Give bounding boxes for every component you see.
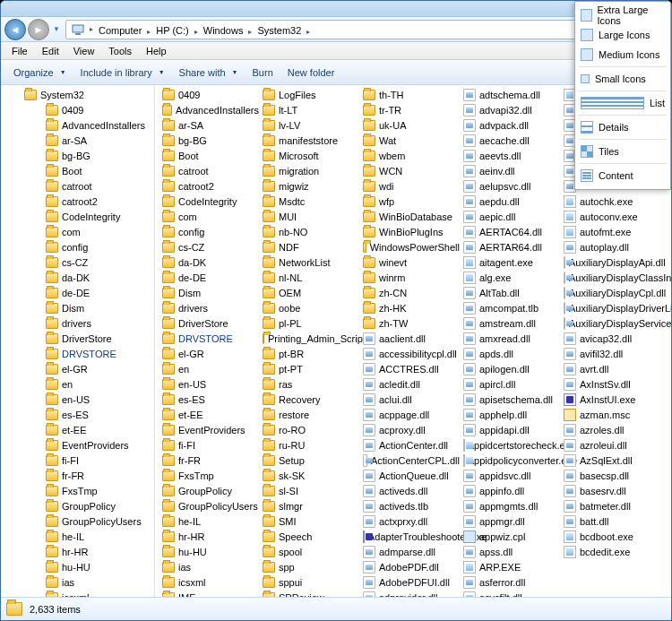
list-item[interactable]: manifeststore xyxy=(261,133,361,148)
list-item[interactable]: ro-RO xyxy=(261,422,361,437)
list-item[interactable]: he-IL xyxy=(160,513,261,529)
list-item[interactable]: NetworkList xyxy=(261,254,361,270)
list-item[interactable]: GroupPolicyUsers xyxy=(160,498,261,513)
list-item[interactable]: Recovery xyxy=(261,392,361,407)
list-item[interactable]: AltTab.dll xyxy=(461,285,562,300)
list-item[interactable]: AdapterTroubleshooter.exe xyxy=(361,529,461,544)
list-item[interactable]: WinBioPlugIns xyxy=(361,224,461,239)
chevron-right-icon[interactable]: ▸ xyxy=(88,25,95,33)
list-item[interactable]: drivers xyxy=(160,300,261,315)
view-option[interactable]: Extra Large Icons xyxy=(575,5,670,25)
list-item[interactable]: el-GR xyxy=(160,346,261,361)
list-item[interactable]: amcompat.tlb xyxy=(461,300,562,315)
menu-edit[interactable]: Edit xyxy=(35,44,66,58)
list-item[interactable]: icsxml xyxy=(160,574,261,590)
tree-item[interactable]: fr-FR xyxy=(1,468,154,483)
list-item[interactable]: bcdboot.exe xyxy=(562,529,662,544)
tree-item[interactable]: el-GR xyxy=(1,361,154,376)
tree-item[interactable]: config xyxy=(1,239,154,254)
list-item[interactable]: sppui xyxy=(261,574,361,590)
list-item[interactable]: aecache.dll xyxy=(461,133,562,148)
list-item[interactable]: apds.dll xyxy=(461,346,562,361)
tree-item[interactable]: DriverStore xyxy=(1,331,154,346)
list-item[interactable]: appidpolicyconverter.exe xyxy=(461,453,562,468)
list-item[interactable]: nb-NO xyxy=(261,224,361,239)
list-item[interactable]: en-US xyxy=(160,376,261,392)
burn-button[interactable]: Burn xyxy=(246,65,280,81)
list-item[interactable]: AuxiliaryDisplayServices.dll xyxy=(562,315,662,331)
list-item[interactable]: GroupPolicy xyxy=(160,483,261,498)
list-item[interactable]: alg.exe xyxy=(461,270,562,285)
list-item[interactable]: appidsvc.dll xyxy=(461,468,562,483)
list-item[interactable]: Msdtc xyxy=(261,194,361,209)
list-item[interactable]: uk-UA xyxy=(361,117,461,133)
list-item[interactable]: aeinv.dll xyxy=(461,163,562,178)
list-item[interactable]: aelupsvc.dll xyxy=(461,178,562,194)
list-item[interactable]: asycfilt.dll xyxy=(461,590,562,597)
tree-item[interactable]: DRVSTORE xyxy=(1,346,154,361)
list-item[interactable]: restore xyxy=(261,407,361,422)
tree-item[interactable]: AdvancedInstallers xyxy=(1,117,154,133)
list-item[interactable]: advapi32.dll xyxy=(461,102,562,117)
list-item[interactable]: Dism xyxy=(160,285,261,300)
list-item[interactable]: MUI xyxy=(261,209,361,224)
list-item[interactable]: appmgr.dll xyxy=(461,513,562,529)
list-item[interactable]: bg-BG xyxy=(160,133,261,148)
list-item[interactable]: AdobePDF.dll xyxy=(361,559,461,574)
list-item[interactable]: aclui.dll xyxy=(361,392,461,407)
list-item[interactable]: catroot2 xyxy=(160,178,261,194)
list-item[interactable]: hr-HR xyxy=(160,529,261,544)
list-item[interactable]: ARP.EXE xyxy=(461,559,562,574)
list-item[interactable]: AuxiliaryDisplayDriverLib.dll xyxy=(562,300,662,315)
list-item[interactable]: da-DK xyxy=(160,254,261,270)
view-option[interactable]: Small Icons xyxy=(575,69,670,89)
nav-history-dropdown[interactable]: ▼ xyxy=(51,19,62,40)
list-item[interactable]: aitagent.exe xyxy=(461,254,562,270)
list-item[interactable]: EventProviders xyxy=(160,422,261,437)
navigation-tree[interactable]: System320409AdvancedInstallersar-SAbg-BG… xyxy=(1,85,155,597)
list-item[interactable]: apss.dll xyxy=(461,544,562,559)
tree-item[interactable]: de-DE xyxy=(1,285,154,300)
list-item[interactable]: spool xyxy=(261,544,361,559)
list-item[interactable]: ar-SA xyxy=(160,117,261,133)
tree-item[interactable]: GroupPolicy xyxy=(1,498,154,513)
list-item[interactable]: autofmt.exe xyxy=(562,224,662,239)
list-item[interactable]: spp xyxy=(261,559,361,574)
list-item[interactable]: DriverStore xyxy=(160,315,261,331)
menu-help[interactable]: Help xyxy=(139,44,174,58)
tree-item[interactable]: hr-HR xyxy=(1,544,154,559)
tree-item[interactable]: FxsTmp xyxy=(1,483,154,498)
list-item[interactable]: com xyxy=(160,209,261,224)
chevron-right-icon[interactable]: ▸ xyxy=(305,28,312,36)
list-item[interactable]: basecsp.dll xyxy=(562,468,662,483)
view-option[interactable]: Content xyxy=(575,166,670,185)
list-item[interactable]: fr-FR xyxy=(160,453,261,468)
tree-item[interactable]: icsxml xyxy=(1,590,154,597)
list-item[interactable]: AuxiliaryDisplayApi.dll xyxy=(562,254,662,270)
list-item[interactable]: OEM xyxy=(261,285,361,300)
tree-item[interactable]: hu-HU xyxy=(1,559,154,574)
tree-item[interactable]: System32 xyxy=(1,87,154,102)
list-item[interactable]: oobe xyxy=(261,300,361,315)
list-item[interactable]: config xyxy=(160,224,261,239)
menu-view[interactable]: View xyxy=(66,44,102,58)
list-item[interactable]: autochk.exe xyxy=(562,194,662,209)
menu-file[interactable]: File xyxy=(4,44,35,58)
list-item[interactable]: SMI xyxy=(261,513,361,529)
list-item[interactable]: apphelp.dll xyxy=(461,407,562,422)
list-item[interactable]: AdvancedInstallers xyxy=(160,102,261,117)
list-item[interactable]: pl-PL xyxy=(261,315,361,331)
list-item[interactable]: autoconv.exe xyxy=(562,209,662,224)
list-item[interactable]: 0409 xyxy=(160,87,261,102)
list-item[interactable]: sl-SI xyxy=(261,483,361,498)
list-item[interactable]: DRVSTORE xyxy=(160,331,261,346)
list-item[interactable]: WinBioDatabase xyxy=(361,209,461,224)
list-item[interactable]: avicap32.dll xyxy=(562,331,662,346)
forward-button[interactable]: ► xyxy=(28,19,49,40)
list-item[interactable]: pt-BR xyxy=(261,346,361,361)
list-item[interactable]: asferror.dll xyxy=(461,574,562,590)
list-item[interactable]: wfp xyxy=(361,194,461,209)
list-item[interactable]: es-ES xyxy=(160,392,261,407)
list-item[interactable]: appmgmts.dll xyxy=(461,498,562,513)
breadcrumb-segment[interactable]: System32 xyxy=(254,25,305,36)
